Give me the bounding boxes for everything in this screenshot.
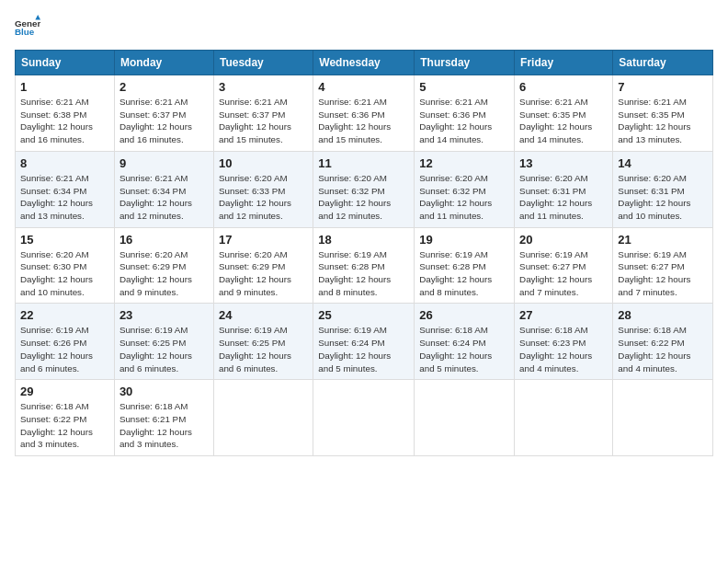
day-number: 1 (20, 80, 109, 94)
col-header-thursday: Thursday (415, 51, 515, 75)
calendar-cell (313, 380, 415, 456)
calendar-cell: 8 Sunrise: 6:21 AMSunset: 6:34 PMDayligh… (16, 151, 115, 227)
calendar-cell (515, 380, 613, 456)
calendar-cell: 17 Sunrise: 6:20 AMSunset: 6:29 PMDaylig… (213, 227, 313, 304)
calendar-cell: 30 Sunrise: 6:18 AMSunset: 6:21 PMDaylig… (114, 380, 213, 456)
calendar-cell: 19 Sunrise: 6:19 AMSunset: 6:28 PMDaylig… (415, 227, 515, 304)
day-info: Sunrise: 6:21 AMSunset: 6:34 PMDaylight:… (20, 172, 109, 223)
calendar-header-row: SundayMondayTuesdayWednesdayThursdayFrid… (16, 51, 713, 75)
day-number: 21 (618, 233, 708, 247)
day-info: Sunrise: 6:19 AMSunset: 6:25 PMDaylight:… (219, 324, 308, 374)
day-number: 16 (119, 233, 209, 247)
day-number: 28 (618, 308, 708, 322)
svg-marker-2 (35, 15, 40, 20)
calendar-cell: 9 Sunrise: 6:21 AMSunset: 6:34 PMDayligh… (114, 151, 213, 227)
calendar-cell: 14 Sunrise: 6:20 AMSunset: 6:31 PMDaylig… (613, 151, 713, 227)
logo: General Blue (15, 15, 40, 40)
day-info: Sunrise: 6:18 AMSunset: 6:22 PMDaylight:… (618, 324, 708, 374)
calendar-cell: 24 Sunrise: 6:19 AMSunset: 6:25 PMDaylig… (213, 304, 313, 380)
calendar-cell: 2 Sunrise: 6:21 AMSunset: 6:37 PMDayligh… (114, 75, 213, 152)
day-number: 24 (219, 308, 308, 322)
day-info: Sunrise: 6:20 AMSunset: 6:33 PMDaylight:… (219, 172, 308, 223)
col-header-tuesday: Tuesday (213, 51, 313, 75)
calendar-cell: 3 Sunrise: 6:21 AMSunset: 6:37 PMDayligh… (213, 75, 313, 152)
calendar-week-5: 29 Sunrise: 6:18 AMSunset: 6:22 PMDaylig… (16, 380, 713, 456)
day-number: 20 (519, 233, 608, 247)
header: General Blue (15, 15, 713, 40)
day-info: Sunrise: 6:19 AMSunset: 6:25 PMDaylight:… (119, 324, 209, 374)
calendar-week-1: 1 Sunrise: 6:21 AMSunset: 6:38 PMDayligh… (16, 75, 713, 152)
day-info: Sunrise: 6:21 AMSunset: 6:36 PMDaylight:… (318, 96, 409, 146)
day-info: Sunrise: 6:20 AMSunset: 6:29 PMDaylight:… (219, 248, 308, 299)
col-header-monday: Monday (114, 51, 213, 75)
day-number: 12 (419, 156, 509, 170)
day-number: 14 (618, 156, 708, 170)
day-number: 25 (318, 308, 409, 322)
calendar-cell: 29 Sunrise: 6:18 AMSunset: 6:22 PMDaylig… (16, 380, 115, 456)
day-info: Sunrise: 6:21 AMSunset: 6:36 PMDaylight:… (419, 96, 509, 146)
day-number: 18 (318, 233, 409, 247)
day-info: Sunrise: 6:20 AMSunset: 6:29 PMDaylight:… (119, 248, 209, 299)
calendar-cell: 5 Sunrise: 6:21 AMSunset: 6:36 PMDayligh… (415, 75, 515, 152)
calendar-cell: 25 Sunrise: 6:19 AMSunset: 6:24 PMDaylig… (313, 304, 415, 380)
day-info: Sunrise: 6:20 AMSunset: 6:32 PMDaylight:… (318, 172, 409, 223)
day-info: Sunrise: 6:21 AMSunset: 6:35 PMDaylight:… (519, 96, 608, 146)
day-number: 5 (419, 80, 509, 94)
day-info: Sunrise: 6:18 AMSunset: 6:23 PMDaylight:… (519, 324, 608, 374)
col-header-friday: Friday (515, 51, 613, 75)
day-number: 2 (119, 80, 209, 94)
svg-text:Blue: Blue (15, 27, 35, 37)
day-info: Sunrise: 6:19 AMSunset: 6:27 PMDaylight:… (618, 248, 708, 299)
calendar-cell: 18 Sunrise: 6:19 AMSunset: 6:28 PMDaylig… (313, 227, 415, 304)
day-info: Sunrise: 6:21 AMSunset: 6:34 PMDaylight:… (119, 172, 209, 223)
day-info: Sunrise: 6:21 AMSunset: 6:37 PMDaylight:… (119, 96, 209, 146)
day-number: 9 (119, 156, 209, 170)
day-info: Sunrise: 6:20 AMSunset: 6:31 PMDaylight:… (618, 172, 708, 223)
day-number: 3 (219, 80, 308, 94)
day-number: 15 (20, 233, 109, 247)
day-number: 10 (219, 156, 308, 170)
calendar-cell: 21 Sunrise: 6:19 AMSunset: 6:27 PMDaylig… (613, 227, 713, 304)
calendar-cell: 26 Sunrise: 6:18 AMSunset: 6:24 PMDaylig… (415, 304, 515, 380)
calendar-cell: 16 Sunrise: 6:20 AMSunset: 6:29 PMDaylig… (114, 227, 213, 304)
day-number: 4 (318, 80, 409, 94)
day-info: Sunrise: 6:18 AMSunset: 6:24 PMDaylight:… (419, 324, 509, 374)
calendar-week-4: 22 Sunrise: 6:19 AMSunset: 6:26 PMDaylig… (16, 304, 713, 380)
calendar-cell: 4 Sunrise: 6:21 AMSunset: 6:36 PMDayligh… (313, 75, 415, 152)
calendar-cell (415, 380, 515, 456)
day-info: Sunrise: 6:20 AMSunset: 6:31 PMDaylight:… (519, 172, 608, 223)
calendar-cell: 7 Sunrise: 6:21 AMSunset: 6:35 PMDayligh… (613, 75, 713, 152)
calendar-cell: 12 Sunrise: 6:20 AMSunset: 6:32 PMDaylig… (415, 151, 515, 227)
day-info: Sunrise: 6:21 AMSunset: 6:38 PMDaylight:… (20, 96, 109, 146)
day-info: Sunrise: 6:19 AMSunset: 6:24 PMDaylight:… (318, 324, 409, 374)
day-info: Sunrise: 6:20 AMSunset: 6:32 PMDaylight:… (419, 172, 509, 223)
day-info: Sunrise: 6:21 AMSunset: 6:35 PMDaylight:… (618, 96, 708, 146)
calendar-cell: 15 Sunrise: 6:20 AMSunset: 6:30 PMDaylig… (16, 227, 115, 304)
calendar-cell: 1 Sunrise: 6:21 AMSunset: 6:38 PMDayligh… (16, 75, 115, 152)
calendar-cell: 23 Sunrise: 6:19 AMSunset: 6:25 PMDaylig… (114, 304, 213, 380)
day-info: Sunrise: 6:19 AMSunset: 6:28 PMDaylight:… (419, 248, 509, 299)
page: General Blue SundayMondayTuesdayWednesda… (0, 0, 728, 563)
day-number: 7 (618, 80, 708, 94)
day-info: Sunrise: 6:18 AMSunset: 6:21 PMDaylight:… (119, 400, 209, 451)
day-info: Sunrise: 6:18 AMSunset: 6:22 PMDaylight:… (20, 400, 109, 451)
day-number: 19 (419, 233, 509, 247)
day-number: 30 (119, 385, 209, 398)
day-number: 23 (119, 308, 209, 322)
calendar-cell (613, 380, 713, 456)
day-number: 11 (318, 156, 409, 170)
col-header-wednesday: Wednesday (313, 51, 415, 75)
day-info: Sunrise: 6:20 AMSunset: 6:30 PMDaylight:… (20, 248, 109, 299)
calendar-table: SundayMondayTuesdayWednesdayThursdayFrid… (15, 50, 713, 456)
day-number: 27 (519, 308, 608, 322)
logo-icon: General Blue (15, 15, 40, 40)
calendar-cell (213, 380, 313, 456)
day-info: Sunrise: 6:19 AMSunset: 6:27 PMDaylight:… (519, 248, 608, 299)
calendar-cell: 11 Sunrise: 6:20 AMSunset: 6:32 PMDaylig… (313, 151, 415, 227)
col-header-saturday: Saturday (613, 51, 713, 75)
day-number: 6 (519, 80, 608, 94)
calendar-cell: 10 Sunrise: 6:20 AMSunset: 6:33 PMDaylig… (213, 151, 313, 227)
day-number: 17 (219, 233, 308, 247)
day-number: 26 (419, 308, 509, 322)
day-info: Sunrise: 6:19 AMSunset: 6:26 PMDaylight:… (20, 324, 109, 374)
